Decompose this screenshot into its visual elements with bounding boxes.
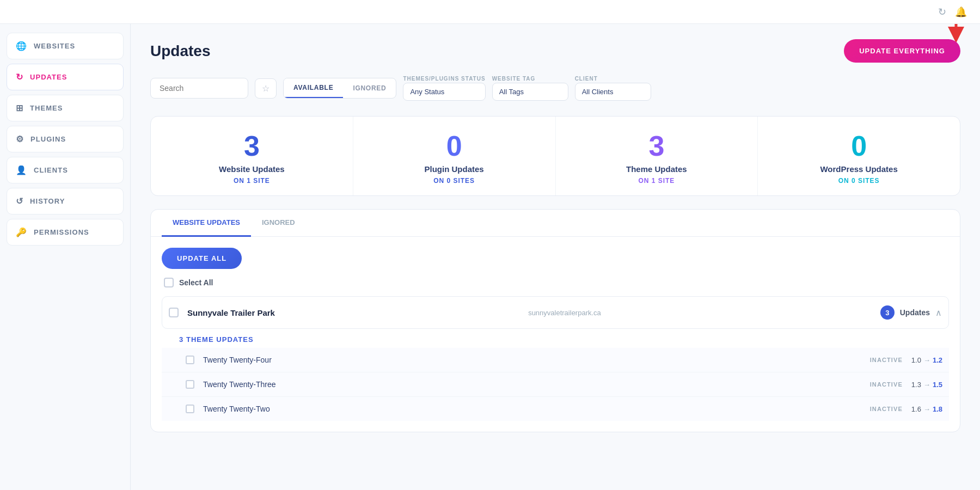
sidebar-label-themes: THEMES [30, 104, 63, 112]
stat-label-website: Website Updates [219, 164, 285, 174]
tabs-content: UPDATE ALL Select All Sunnyvale Trailer … [151, 237, 960, 432]
tabs-bar: WEBSITE UPDATES IGNORED [151, 210, 960, 237]
select-all-label[interactable]: Select All [179, 278, 213, 287]
theme-checkbox-0[interactable] [186, 356, 194, 364]
sidebar-item-history[interactable]: ↺ HISTORY [7, 188, 124, 215]
tag-filter-select[interactable]: All Tags [492, 83, 568, 101]
tabs-area: WEBSITE UPDATES IGNORED UPDATE ALL Selec… [150, 209, 960, 432]
sidebar-label-plugins: PLUGINS [30, 135, 66, 143]
theme-status-2: INACTIVE [870, 406, 903, 412]
sidebar-label-history: HISTORY [30, 197, 65, 205]
site-name: Sunnyvale Trailer Park [187, 308, 433, 317]
availability-toggle: AVAILABLE IGNORED [283, 78, 396, 99]
status-filter-label: THEMES/PLUGINS STATUS [403, 76, 485, 82]
site-row: Sunnyvale Trailer Park sunnyvaletrailerp… [162, 296, 949, 329]
sidebar-item-websites[interactable]: 🌐 WEBSITES [7, 33, 124, 59]
stat-num-plugin: 0 [446, 132, 462, 160]
update-everything-wrapper: UPDATE EVERYTHING [844, 39, 960, 63]
themes-icon: ⊞ [16, 103, 23, 113]
app-body: 🌐 WEBSITES ↻ UPDATES ⊞ THEMES ⚙ PLUGINS … [0, 24, 980, 490]
permissions-icon: 🔑 [16, 227, 27, 237]
theme-updates-header: 3 THEME UPDATES [179, 335, 949, 344]
theme-version-1: 1.3→1.5 [911, 381, 942, 389]
theme-name-2: Twenty Twenty-Two [203, 405, 861, 413]
stat-num-website: 3 [244, 132, 260, 160]
sidebar-item-permissions[interactable]: 🔑 PERMISSIONS [7, 219, 124, 246]
sidebar-item-themes[interactable]: ⊞ THEMES [7, 95, 124, 121]
theme-row: Twenty Twenty-Four INACTIVE 1.0→1.2 [162, 348, 949, 372]
available-toggle-btn[interactable]: AVAILABLE [284, 78, 343, 98]
site-checkbox[interactable] [169, 308, 179, 317]
refresh-icon[interactable]: ↻ [938, 6, 946, 18]
stat-theme-updates[interactable]: 3 Theme Updates ON 1 SITE [556, 117, 758, 195]
bell-icon[interactable]: 🔔 [955, 6, 967, 18]
clients-icon: 👤 [16, 165, 27, 175]
plugins-icon: ⚙ [16, 134, 24, 144]
stat-sub-theme: ON 1 SITE [639, 177, 675, 185]
updates-label: Updates [900, 308, 930, 317]
page-title: Updates [150, 42, 210, 60]
updates-count-badge: 3 [880, 305, 895, 320]
sidebar-item-updates[interactable]: ↻ UPDATES [7, 64, 124, 90]
stat-sub-wp: ON 0 SITES [838, 177, 880, 185]
sidebar-label-permissions: PERMISSIONS [34, 228, 89, 236]
theme-status-1: INACTIVE [870, 381, 903, 388]
status-filter-group: THEMES/PLUGINS STATUS Any Status Up to D… [403, 76, 485, 101]
history-icon: ↺ [16, 196, 23, 206]
site-url: sunnyvaletrailerpark.ca [442, 309, 687, 317]
theme-row: Twenty Twenty-Three INACTIVE 1.3→1.5 [162, 372, 949, 397]
theme-name-1: Twenty Twenty-Three [203, 380, 861, 389]
stat-label-plugin: Plugin Updates [425, 164, 484, 174]
theme-status-0: INACTIVE [870, 357, 903, 363]
chevron-up-icon[interactable]: ∧ [935, 308, 942, 318]
filters-row: ☆ AVAILABLE IGNORED THEMES/PLUGINS STATU… [150, 76, 960, 101]
theme-checkbox-1[interactable] [186, 380, 194, 389]
stat-num-theme: 3 [648, 132, 664, 160]
stat-num-wp: 0 [851, 132, 867, 160]
stat-website-updates[interactable]: 3 Website Updates ON 1 SITE [151, 117, 353, 195]
theme-checkbox-2[interactable] [186, 405, 194, 413]
theme-version-2: 1.6→1.8 [911, 405, 942, 413]
top-bar: ↻ 🔔 [0, 0, 980, 24]
search-input[interactable] [150, 78, 248, 99]
stat-label-theme: Theme Updates [626, 164, 687, 174]
sidebar-label-websites: WEBSITES [34, 42, 75, 50]
client-filter-select[interactable]: All Clients [575, 83, 651, 101]
update-all-button[interactable]: UPDATE ALL [162, 248, 242, 269]
sidebar-label-clients: CLIENTS [34, 166, 68, 174]
sidebar-label-updates: UPDATES [30, 73, 67, 81]
tab-website-updates[interactable]: WEBSITE UPDATES [162, 210, 251, 237]
sidebar: 🌐 WEBSITES ↻ UPDATES ⊞ THEMES ⚙ PLUGINS … [0, 24, 131, 490]
ignored-toggle-btn[interactable]: IGNORED [343, 78, 396, 98]
theme-name-0: Twenty Twenty-Four [203, 356, 861, 364]
globe-icon: 🌐 [16, 41, 27, 51]
theme-version-0: 1.0→1.2 [911, 356, 942, 364]
stats-row: 3 Website Updates ON 1 SITE 0 Plugin Upd… [150, 116, 960, 196]
client-filter-group: CLIENT All Clients [575, 76, 651, 101]
theme-row: Twenty Twenty-Two INACTIVE 1.6→1.8 [162, 397, 949, 421]
tag-filter-group: WEBSITE TAG All Tags [492, 76, 568, 101]
stat-wp-updates[interactable]: 0 WordPress Updates ON 0 SITES [758, 117, 960, 195]
stat-sub-plugin: ON 0 SITES [433, 177, 475, 185]
update-everything-button[interactable]: UPDATE EVERYTHING [844, 39, 960, 63]
stat-plugin-updates[interactable]: 0 Plugin Updates ON 0 SITES [353, 117, 556, 195]
tag-filter-label: WEBSITE TAG [492, 76, 568, 82]
star-filter-button[interactable]: ☆ [255, 78, 277, 99]
tab-ignored[interactable]: IGNORED [251, 210, 306, 237]
stat-sub-website: ON 1 SITE [234, 177, 270, 185]
theme-rows: Twenty Twenty-Four INACTIVE 1.0→1.2 Twen… [162, 348, 949, 421]
sidebar-item-plugins[interactable]: ⚙ PLUGINS [7, 126, 124, 152]
select-all-row: Select All [162, 278, 949, 287]
updates-badge-area: 3 Updates ∧ [696, 305, 942, 320]
page-header: Updates UPDATE EVERYTHING [150, 39, 960, 63]
update-all-row: UPDATE ALL [162, 248, 949, 269]
main-content: Updates UPDATE EVERYTHING ☆ [131, 24, 980, 490]
sidebar-item-clients[interactable]: 👤 CLIENTS [7, 157, 124, 183]
stat-label-wp: WordPress Updates [820, 164, 897, 174]
refresh-icon-sidebar: ↻ [16, 72, 23, 82]
select-all-checkbox[interactable] [164, 278, 174, 287]
client-filter-label: CLIENT [575, 76, 651, 82]
status-filter-select[interactable]: Any Status Up to Date Updates Available [403, 83, 485, 101]
